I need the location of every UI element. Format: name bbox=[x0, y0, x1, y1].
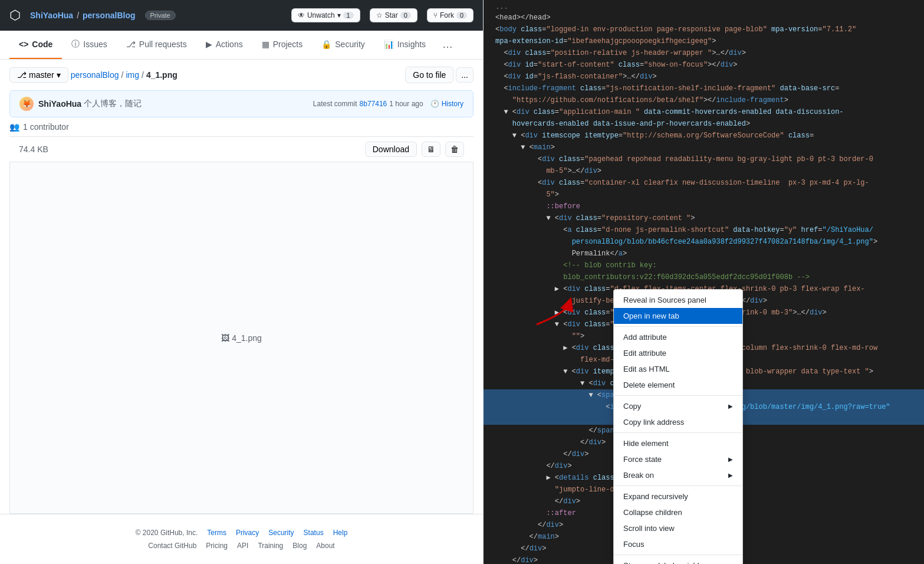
footer-api[interactable]: API bbox=[237, 542, 248, 550]
go-to-file-button[interactable]: Go to file bbox=[405, 67, 453, 83]
file-size: 74.4 KB bbox=[19, 145, 365, 154]
context-menu-hide-element[interactable]: Hide element bbox=[614, 435, 742, 451]
history-icon: 🕐 bbox=[430, 100, 439, 108]
tab-actions[interactable]: ▶ Actions bbox=[196, 31, 252, 59]
preview-icon: 🖥 bbox=[427, 145, 435, 154]
fork-button[interactable]: ⑂ Fork 0 bbox=[427, 8, 473, 22]
force-state-arrow-icon: ▶ bbox=[728, 456, 733, 463]
footer-links-row1: © 2020 GitHub, Inc. Terms Privacy Securi… bbox=[9, 529, 473, 537]
context-menu-focus[interactable]: Focus bbox=[614, 536, 742, 552]
star-label: Star bbox=[385, 11, 398, 19]
devtools-line[interactable]: ▼ <div class="application-main " data-co… bbox=[484, 106, 924, 118]
context-menu-add-attribute[interactable]: Add attribute bbox=[614, 329, 742, 345]
tab-issues-label: Issues bbox=[83, 40, 107, 49]
devtools-line[interactable]: <div class="container-xl clearfix new-di… bbox=[484, 177, 924, 189]
context-menu-sep4 bbox=[614, 486, 742, 486]
tab-code-label: Code bbox=[32, 40, 52, 49]
history-button[interactable]: 🕐 History bbox=[430, 100, 463, 108]
footer-pricing[interactable]: Pricing bbox=[206, 542, 228, 550]
context-menu-scroll-into-view[interactable]: Scroll into view bbox=[614, 520, 742, 536]
star-icon: ☆ bbox=[376, 11, 383, 19]
context-menu-copy[interactable]: Copy ▶ bbox=[614, 398, 742, 414]
tab-insights[interactable]: 📊 Insights bbox=[374, 31, 435, 59]
download-button[interactable]: Download bbox=[365, 142, 417, 157]
commit-author-name[interactable]: ShiYaoHua bbox=[38, 99, 81, 109]
footer-about[interactable]: About bbox=[316, 542, 334, 550]
commit-info: 🦊 ShiYaoHua 个人博客，随记 Latest commit 8b7741… bbox=[9, 90, 473, 117]
tab-issues[interactable]: ⓘ Issues bbox=[62, 31, 116, 59]
issues-icon: ⓘ bbox=[71, 39, 80, 50]
context-menu-open-new-tab[interactable]: Open in new tab bbox=[614, 308, 742, 324]
tab-security[interactable]: 🔒 Security bbox=[312, 31, 374, 59]
unwatch-button[interactable]: 👁 Unwatch ▾ 1 bbox=[291, 8, 360, 22]
tab-projects-label: Projects bbox=[273, 40, 303, 49]
devtools-line[interactable]: <a class="d-none js-permalink-shortcut" … bbox=[484, 224, 924, 236]
context-menu-edit-attribute[interactable]: Edit attribute bbox=[614, 345, 742, 361]
footer-help[interactable]: Help bbox=[333, 529, 348, 537]
breadcrumb-folder-link[interactable]: img bbox=[126, 70, 139, 80]
tab-projects[interactable]: ▦ Projects bbox=[252, 31, 313, 59]
breadcrumb: personalBlog / img / 4_1.png bbox=[71, 70, 403, 80]
context-menu-sep3 bbox=[614, 432, 742, 433]
footer-blog[interactable]: Blog bbox=[292, 542, 307, 550]
branch-name: master bbox=[29, 70, 54, 80]
context-menu-break-on[interactable]: Break on ▶ bbox=[614, 467, 742, 483]
history-label: History bbox=[442, 100, 463, 108]
devtools-line[interactable]: blob_contributors:v22:f60d392dc5a055eddf… bbox=[484, 271, 924, 283]
breadcrumb-row: ⎇ master ▾ personalBlog / img / 4_1.png … bbox=[0, 60, 483, 90]
devtools-line[interactable]: <div id="start-of-content" class="show-o… bbox=[484, 59, 924, 71]
tab-more[interactable]: … bbox=[435, 31, 460, 59]
devtools-line[interactable]: 5"> bbox=[484, 189, 924, 201]
unwatch-count: 1 bbox=[343, 12, 354, 19]
context-menu-delete-element[interactable]: Delete element bbox=[614, 377, 742, 393]
branch-selector[interactable]: ⎇ master ▾ bbox=[9, 67, 68, 83]
breadcrumb-repo-link[interactable]: personalBlog bbox=[71, 70, 119, 80]
repo-name[interactable]: personalBlog bbox=[83, 11, 135, 20]
footer-training[interactable]: Training bbox=[258, 542, 283, 550]
context-menu-store-global[interactable]: Store as global variable bbox=[614, 558, 742, 564]
devtools-line[interactable]: <head></head> bbox=[484, 12, 924, 24]
devtools-line[interactable]: mb-5">…</div> bbox=[484, 165, 924, 177]
footer-contact[interactable]: Contact GitHub bbox=[148, 542, 196, 550]
devtools-line[interactable]: <body class="logged-in env-production pa… bbox=[484, 24, 924, 35]
delete-button[interactable]: 🗑 bbox=[445, 142, 464, 157]
repo-visibility-badge: Private bbox=[145, 11, 176, 20]
context-menu-copy-link[interactable]: Copy link address bbox=[614, 414, 742, 430]
footer-security[interactable]: Security bbox=[268, 529, 294, 537]
devtools-panel: ... <head></head><body class="logged-in … bbox=[484, 0, 924, 564]
footer-status[interactable]: Status bbox=[304, 529, 324, 537]
devtools-line[interactable]: Permalink</a> bbox=[484, 248, 924, 260]
devtools-line[interactable]: ▼ <div itemscope itemtype="http://schema… bbox=[484, 130, 924, 142]
devtools-line[interactable]: <div id="js-flash-container">…</div> bbox=[484, 71, 924, 83]
footer-privacy[interactable]: Privacy bbox=[236, 529, 259, 537]
break-on-arrow-icon: ▶ bbox=[728, 472, 733, 478]
devtools-line[interactable]: hovercards-enabled data-issue-and-pr-hov… bbox=[484, 118, 924, 130]
devtools-line[interactable]: ::before bbox=[484, 201, 924, 212]
context-menu-edit-html[interactable]: Edit as HTML bbox=[614, 361, 742, 377]
footer-terms[interactable]: Terms bbox=[207, 529, 226, 537]
context-menu-expand-recursively[interactable]: Expand recursively bbox=[614, 488, 742, 504]
left-panel: ⬡ ShiYaoHua / personalBlog Private 👁 Unw… bbox=[0, 0, 484, 564]
devtools-line[interactable]: <div class="position-relative js-header-… bbox=[484, 47, 924, 59]
repo-owner[interactable]: ShiYaoHua bbox=[30, 11, 73, 20]
tab-pull-requests[interactable]: ⎇ Pull requests bbox=[117, 31, 196, 59]
context-menu-reveal-sources[interactable]: Reveal in Sources panel bbox=[614, 292, 742, 308]
top-nav: ⬡ ShiYaoHua / personalBlog Private 👁 Unw… bbox=[0, 0, 483, 31]
preview-button[interactable]: 🖥 bbox=[422, 142, 440, 157]
devtools-line[interactable]: ▼ <div class="repository-content "> bbox=[484, 212, 924, 224]
devtools-line[interactable]: "https://github.com/notifications/beta/s… bbox=[484, 94, 924, 106]
context-menu-collapse-children[interactable]: Collapse children bbox=[614, 504, 742, 520]
devtools-line[interactable]: <!-- blob contrib key: bbox=[484, 260, 924, 271]
breadcrumb-more-button[interactable]: ... bbox=[456, 67, 473, 83]
context-menu-force-state[interactable]: Force state ▶ bbox=[614, 451, 742, 467]
star-button[interactable]: ☆ Star 0 bbox=[370, 8, 417, 22]
devtools-line[interactable]: <div class="pagehead repohead readabilit… bbox=[484, 153, 924, 165]
tab-code[interactable]: <> Code bbox=[9, 31, 62, 59]
context-menu: Reveal in Sources panel Open in new tab … bbox=[613, 289, 743, 564]
devtools-line[interactable]: <include-fragment class="js-notification… bbox=[484, 83, 924, 94]
commit-hash[interactable]: 8b77416 bbox=[360, 100, 387, 108]
insights-icon: 📊 bbox=[384, 40, 394, 49]
devtools-line[interactable]: personalBlog/blob/bb46cfcee24aa0a938f2d9… bbox=[484, 236, 924, 248]
devtools-line[interactable]: ▼ <main> bbox=[484, 142, 924, 153]
devtools-line[interactable]: mpa-extension-id="ibefaeehajgcpooopoegki… bbox=[484, 35, 924, 47]
